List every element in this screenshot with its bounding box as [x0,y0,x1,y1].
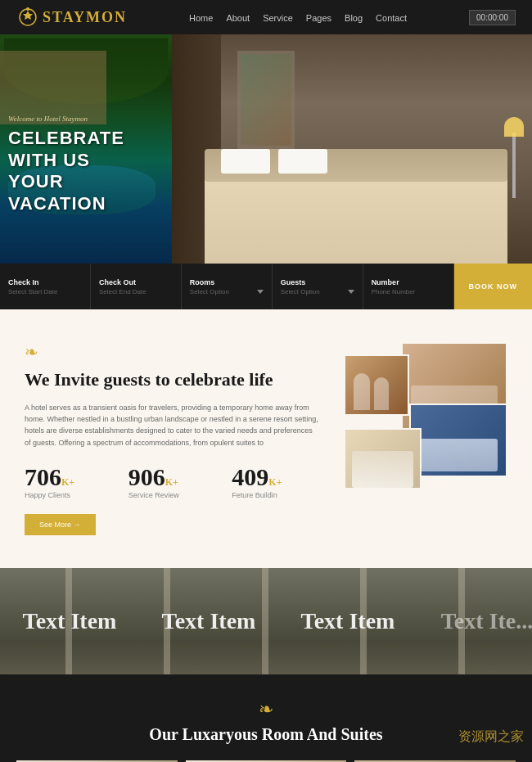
book-now-button[interactable]: BOOK NOW [454,264,532,309]
about-images [344,342,507,489]
rooms-label: Rooms [190,278,264,286]
nav-contact[interactable]: Contact [376,13,407,23]
checkout-value: Select End Date [99,288,173,295]
text-banner-item-4: Text Ite... [417,608,532,634]
guests-value: Select Option [281,288,354,295]
navbar: STAYMON Home About Service Pages Blog Co… [0,0,532,34]
checkout-label: Check Out [99,278,173,286]
stat-happy-clients: 706K+ Happy Clients [25,465,112,499]
text-banner-item-2: Text Item [139,608,278,634]
see-more-button[interactable]: See More → [25,514,96,535]
about-content: ❧ We Invite guests to celebrate life A h… [25,342,319,535]
logo: STAYMON [16,6,127,29]
about-title: We Invite guests to celebrate life [25,368,319,392]
number-field[interactable]: Number Phone Number [363,264,454,309]
logo-icon [16,6,39,29]
nav-blog[interactable]: Blog [345,13,363,23]
stats-row: 706K+ Happy Clients 906K+ Service Review… [25,465,319,499]
stat-number-2: 906K+ [128,465,216,489]
guests-label: Guests [281,278,354,286]
guests-field[interactable]: Guests Select Option [273,264,363,309]
text-banner-item-1: Text Item [0,608,139,634]
rooms-title: Our Luxaryous Room And Suites [16,725,516,744]
text-banner-items: Text Item Text Item Text Item Text Ite..… [0,568,532,674]
rooms-section: ❧ Our Luxaryous Room And Suites Availabl… [0,674,532,762]
rooms-ornament: ❧ [16,699,516,720]
about-description: A hotel serves as a transient oasis for … [25,402,319,449]
text-banner-section: Text Item Text Item Text Item Text Ite..… [0,568,532,674]
stat-feture-buildin: 409K+ Feture Buildin [232,465,319,499]
hero-title: CELEBRATE WITH US YOUR VACATION [8,128,164,214]
stat-number-1: 706K+ [25,465,112,489]
hero-welcome: Welcome to Hotel Staymon [8,115,164,123]
hero-text-block: Welcome to Hotel Staymon CELEBRATE WITH … [8,115,164,214]
hero-image-right [172,34,532,264]
stat-label-2: Service Review [128,491,216,499]
stat-label-3: Feture Buildin [232,491,319,499]
svg-point-1 [26,7,29,11]
checkin-label: Check In [8,278,82,286]
rooms-value: Select Option [190,288,264,295]
checkin-value: Select Start Date [8,288,82,295]
hero-image-left: Welcome to Hotel Staymon CELEBRATE WITH … [0,34,172,264]
number-label: Number [372,278,445,286]
nav-service[interactable]: Service [263,13,293,23]
nav-time: 00:00:00 [469,10,516,25]
stat-service-review: 906K+ Service Review [128,465,216,499]
text-banner-item-3: Text Item [278,608,417,634]
number-value: Phone Number [372,288,445,295]
stat-label-1: Happy Clients [25,491,112,499]
rooms-field[interactable]: Rooms Select Option [182,264,273,309]
stat-number-3: 409K+ [232,465,319,489]
about-ornament: ❧ [25,342,319,362]
checkin-field[interactable]: Check In Select Start Date [0,264,91,309]
nav-about[interactable]: About [226,13,250,23]
nav-home[interactable]: Home [189,13,213,23]
nav-pages[interactable]: Pages [306,13,331,23]
nav-links: Home About Service Pages Blog Contact [189,10,407,25]
about-section: ❧ We Invite guests to celebrate life A h… [0,309,532,568]
booking-bar: Check In Select Start Date Check Out Sel… [0,264,532,309]
hero-section: Welcome to Hotel Staymon CELEBRATE WITH … [0,34,532,264]
checkout-field[interactable]: Check Out Select End Date [91,264,182,309]
